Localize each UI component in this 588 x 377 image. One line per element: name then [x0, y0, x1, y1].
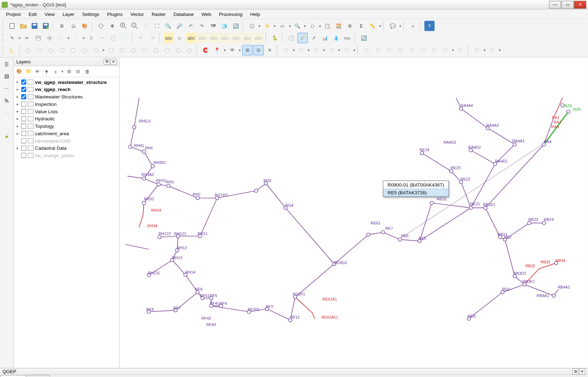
layer-item[interactable]: ▸Topology [15, 122, 118, 130]
maximize-button[interactable]: ▭ [561, 1, 573, 8]
tool-more-icon[interactable]: » [408, 21, 418, 31]
zoom-to-selection-icon[interactable]: 🔍 [163, 21, 173, 31]
menu-vector[interactable]: Vector [127, 10, 148, 18]
add-raster-icon[interactable]: 🖼 [1, 71, 12, 81]
layer-item[interactable]: ▸Cadastral Data [15, 144, 118, 152]
close-button[interactable]: ✕ [574, 1, 586, 8]
layers-expression-icon[interactable]: ε [52, 68, 59, 75]
menu-plugins[interactable]: Plugins [104, 10, 126, 18]
qgep-float-button[interactable]: ⧉ [572, 369, 578, 375]
select-by-value-icon[interactable]: 🔍 [292, 21, 302, 31]
layers-collapse-icon[interactable]: ⊟ [74, 68, 82, 75]
qgep-close-button[interactable]: ✕ [579, 369, 585, 375]
stats-icon[interactable]: Σ [356, 21, 367, 31]
menu-processing[interactable]: Processing [215, 10, 246, 18]
zoom-out-icon[interactable] [129, 21, 140, 31]
menu-help[interactable]: Help [247, 10, 264, 18]
refresh-icon[interactable]: 🔄 [230, 21, 241, 31]
toggle-editing-icon[interactable]: ✏ [22, 33, 32, 43]
new-print-layout-icon[interactable]: 🗎 [57, 21, 67, 31]
select-features-icon[interactable]: ▭ [277, 21, 287, 31]
snap-segment-icon[interactable]: ⊟ [253, 45, 264, 55]
popup-item[interactable]: RE5 (BATAK3726) [383, 189, 448, 196]
layer-item[interactable]: ▸vw_qgep_reach [15, 86, 118, 93]
layers-filter-icon[interactable]: ▼ [43, 68, 51, 75]
pan-icon[interactable] [96, 21, 106, 31]
layer-item[interactable]: ▸vw_qgep_wastewater_structure [15, 78, 118, 86]
deselect-icon[interactable]: ◻ [307, 21, 318, 31]
python-console-icon[interactable]: 🐍 [270, 33, 280, 43]
layers-expand-icon[interactable]: ⊞ [65, 68, 73, 75]
qgep-wizard-icon[interactable]: 🪄 [298, 33, 308, 43]
toolbox-icon[interactable]: ⚙ [345, 21, 355, 31]
layers-float-button[interactable]: ⧉ [104, 58, 110, 64]
snap-topo-icon[interactable]: ⊞ [242, 45, 252, 55]
menu-layer[interactable]: Layer [59, 10, 78, 18]
layout-manager-icon[interactable]: 🗂 [68, 21, 79, 31]
add-mesh-icon[interactable]: 〰 [1, 83, 12, 93]
new-map-view-icon[interactable]: 🗺 [208, 21, 218, 31]
layer-item[interactable]: ▸Hydraulic [15, 115, 118, 122]
snapping-icon[interactable]: 🧲 [201, 45, 211, 55]
snap-eye-icon[interactable]: 👁 [227, 45, 237, 55]
menu-database[interactable]: Database [170, 10, 197, 18]
save-project-icon[interactable] [29, 21, 40, 31]
open-project-icon[interactable] [18, 21, 28, 31]
zoom-in-icon[interactable] [118, 21, 128, 31]
layers-tree[interactable]: ▸vw_qgep_wastewater_structure▸vw_qgep_re… [14, 77, 119, 368]
qgep-sql-icon[interactable]: SQL [342, 33, 352, 43]
menu-raster[interactable]: Raster [148, 10, 169, 18]
menu-web[interactable]: Web [198, 10, 215, 18]
layers-visibility-icon[interactable]: 👁 [34, 68, 41, 75]
zoom-last-icon[interactable]: ↶ [186, 21, 196, 31]
minimize-button[interactable]: — [549, 1, 561, 8]
label-highlight-icon[interactable]: abc [186, 33, 196, 43]
add-wms-icon[interactable]: 🛰 [1, 96, 12, 106]
menu-edit[interactable]: Edit [25, 10, 40, 18]
layer-item[interactable]: ▸Value Lists [15, 108, 118, 115]
qgep-clock-icon[interactable]: 🕐 [286, 33, 296, 43]
attribute-table-icon[interactable]: 📋 [322, 21, 333, 31]
map-tips-icon[interactable]: 💬 [388, 21, 398, 31]
add-virtual-icon[interactable]: ⋯ [1, 108, 12, 118]
layer-item[interactable]: ▸Wastewater Structures [15, 93, 118, 100]
new-project-icon[interactable] [7, 21, 17, 31]
zoom-next-icon[interactable]: ↷ [197, 21, 207, 31]
qgep-refresh-icon[interactable]: 🔄 [359, 33, 369, 43]
menu-project[interactable]: Project [2, 10, 24, 18]
layers-add-group-icon[interactable]: 📁 [25, 68, 33, 75]
menu-view[interactable]: View [41, 10, 58, 18]
pan-to-selection-icon[interactable]: ✥ [107, 21, 117, 31]
layer-item[interactable]: ▸catchment_area [15, 130, 118, 137]
menu-settings[interactable]: Settings [79, 10, 103, 18]
popup-item[interactable]: R0900-01 (BAT00AK4367) [383, 181, 448, 189]
layers-style-icon[interactable]: 🎨 [16, 68, 23, 75]
save-as-icon[interactable] [41, 21, 51, 31]
snap-config-icon[interactable]: 📍 [212, 45, 222, 55]
tab-profile[interactable]: Profile [0, 375, 27, 377]
add-gpkg-icon[interactable]: 🍃 [1, 130, 12, 140]
add-vector-icon[interactable]: 🗄 [1, 59, 12, 69]
action-icon[interactable]: ⚡ [262, 21, 272, 31]
qgep-flow-icon[interactable]: 💧 [331, 33, 341, 43]
help-icon[interactable]: ? [424, 21, 434, 31]
measure-icon[interactable]: 📏 [367, 21, 377, 31]
layer-item[interactable]: ▸Inspection [15, 100, 118, 108]
new-3d-view-icon[interactable]: 🧊 [219, 21, 230, 31]
qgep-profile-icon[interactable]: 📊 [320, 33, 330, 43]
layer-item[interactable]: vw_change_points [15, 152, 118, 159]
style-manager-icon[interactable]: 🎨 [79, 21, 90, 31]
layer-item[interactable]: rahmenplan1000 [15, 137, 118, 144]
tab-tools[interactable]: Tools [26, 375, 50, 377]
layers-close-button[interactable]: ✕ [110, 58, 116, 64]
field-calc-icon[interactable]: 🧮 [334, 21, 344, 31]
zoom-full-icon[interactable]: ⛶ [152, 21, 162, 31]
map-canvas[interactable]: RH5J1RH41RH4RH301RH3A2RH31RH3RH2RGTH1RH3… [120, 57, 588, 368]
zoom-to-layer-icon[interactable]: 🔎 [174, 21, 185, 31]
snap-intersect-icon[interactable]: ✕ [265, 45, 275, 55]
zoom-native-icon[interactable]: ⬚ [141, 21, 151, 31]
qgep-upstream-icon[interactable]: ↗ [309, 33, 319, 43]
identify-icon[interactable]: ⓘ [247, 21, 257, 31]
label-layer-icon[interactable]: abc [163, 33, 174, 43]
edit-pencil-icon[interactable]: ✎ [7, 33, 17, 43]
